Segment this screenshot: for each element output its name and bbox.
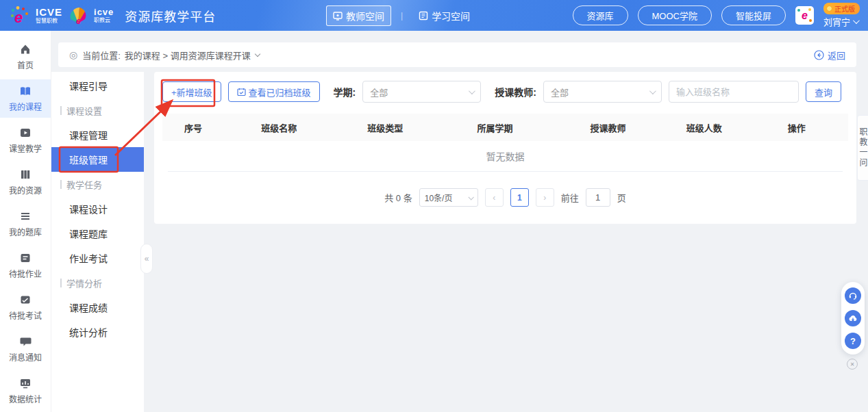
rail-item-messages[interactable]: 消息通知 bbox=[0, 330, 51, 368]
menu-item-course-grades[interactable]: 课程成绩 bbox=[51, 295, 144, 320]
rail-item-statistics[interactable]: 数据统计 bbox=[0, 372, 51, 410]
top-header: e ICVE 智慧职教 e icve 职教云 资源库教学平台 bbox=[0, 0, 868, 31]
column-header-semester: 所属学期 bbox=[436, 121, 553, 134]
logo-group: e ICVE 智慧职教 e icve 职教云 资源库教学平台 bbox=[0, 5, 216, 26]
username-menu[interactable]: 刘宵宁 bbox=[823, 15, 858, 28]
breadcrumb-path[interactable]: 我的课程 > 调用资源库课程开课 bbox=[125, 49, 251, 62]
menu-item-class-management[interactable]: 班级管理 bbox=[51, 147, 144, 172]
class-management-panel: +新增班级 查看已归档班级 学期: 全部 授课教师: 全部 查询 bbox=[154, 72, 856, 224]
home-icon bbox=[19, 43, 32, 55]
archive-box-icon bbox=[237, 88, 246, 96]
breadcrumb-prefix: 当前位置: bbox=[82, 49, 121, 62]
learning-book-icon bbox=[419, 11, 428, 21]
menu-section-learning-analysis: 学情分析 bbox=[51, 270, 144, 295]
goto-page-input[interactable] bbox=[586, 188, 610, 207]
column-header-class-size: 班级人数 bbox=[663, 121, 745, 134]
user-block: 正式版 刘宵宁 bbox=[823, 3, 860, 28]
pagination-bar: 共 0 条 10条/页 ‹ 1 › 前往 页 bbox=[154, 188, 856, 207]
menu-item-course-guide[interactable]: 课程引导 bbox=[51, 73, 144, 98]
menu-item-course-management[interactable]: 课程管理 bbox=[51, 123, 144, 147]
chevron-down-icon bbox=[468, 194, 473, 200]
open-book-icon bbox=[19, 85, 32, 97]
location-pin-icon: ◎ bbox=[69, 49, 77, 60]
rail-item-my-courses[interactable]: 我的课程 bbox=[0, 79, 51, 118]
goto-label: 前往 bbox=[561, 191, 579, 204]
view-archived-button[interactable]: 查看已归档班级 bbox=[228, 81, 320, 102]
sidebar-collapse-button[interactable]: « bbox=[140, 244, 153, 274]
customer-service-button[interactable] bbox=[845, 287, 861, 304]
cloud-download-icon bbox=[848, 313, 858, 323]
header-right-group: 资源库 MOOC学院 智能投屏 e 正式版 刘宵宁 bbox=[573, 0, 860, 31]
nav-divider: | bbox=[401, 11, 403, 21]
mooc-college-button[interactable]: MOOC学院 bbox=[638, 5, 712, 25]
semester-label: 学期: bbox=[334, 85, 356, 99]
chevron-down-icon bbox=[853, 17, 860, 24]
video-play-icon bbox=[19, 127, 32, 139]
close-float-pill-button[interactable]: ✕ bbox=[847, 359, 858, 370]
left-icon-rail: 首页 我的课程 课堂教学 我的资源 我的题库 待批作业 待批考试 消息通知 bbox=[0, 31, 51, 412]
icve-zhijiaoyun-logo-icon: e bbox=[68, 5, 88, 26]
chevron-down-icon bbox=[469, 88, 475, 94]
medal-icon bbox=[826, 5, 832, 12]
page-1-button[interactable]: 1 bbox=[510, 188, 529, 207]
svg-text:e: e bbox=[76, 16, 81, 26]
table-empty-state: 暂无数据 bbox=[154, 141, 856, 171]
resource-lib-button[interactable]: 资源库 bbox=[573, 5, 628, 25]
icve-zhihuizhijiao-logo-text: ICVE 智慧职教 bbox=[36, 7, 62, 24]
smart-cast-button[interactable]: 智能投屏 bbox=[721, 5, 786, 25]
teacher-label: 授课教师: bbox=[495, 85, 536, 99]
next-page-button[interactable]: › bbox=[536, 188, 554, 207]
menu-item-course-design[interactable]: 课程设计 bbox=[51, 196, 144, 221]
icve-zhijiaoyun-logo-text: icve 职教云 bbox=[94, 8, 114, 23]
semester-select[interactable]: 全部 bbox=[362, 81, 481, 103]
svg-text:e: e bbox=[14, 9, 23, 26]
menu-item-course-question-bank[interactable]: 课程题库 bbox=[51, 221, 144, 246]
chat-bubble-icon bbox=[19, 335, 32, 348]
back-circle-arrow-icon bbox=[814, 50, 824, 60]
books-icon bbox=[19, 168, 32, 181]
stats-board-icon bbox=[19, 377, 32, 389]
column-header-index: 序号 bbox=[162, 121, 224, 134]
teacher-select[interactable]: 全部 bbox=[543, 81, 662, 103]
query-button[interactable]: 查询 bbox=[806, 81, 841, 102]
class-name-search-input[interactable] bbox=[669, 81, 799, 103]
user-avatar[interactable]: e bbox=[795, 6, 814, 25]
breadcrumb-chevron-down-icon[interactable] bbox=[254, 51, 260, 56]
column-header-actions: 操作 bbox=[745, 121, 848, 134]
page-size-select[interactable]: 10条/页 bbox=[419, 188, 478, 207]
course-side-menu: 课程引导 课程设置 课程管理 班级管理 教学任务 课程设计 课程题库 作业考试 … bbox=[51, 72, 144, 412]
rail-item-pending-homework[interactable]: 待批作业 bbox=[0, 246, 51, 285]
rail-item-my-question-bank[interactable]: 我的题库 bbox=[0, 205, 51, 243]
floating-help-pill: ? bbox=[841, 282, 865, 355]
teacher-space-button[interactable]: 教师空间 bbox=[326, 5, 391, 26]
learning-space-button[interactable]: 学习空间 bbox=[412, 6, 476, 25]
column-header-class-name: 班级名称 bbox=[224, 121, 334, 134]
menu-section-teaching-tasks: 教学任务 bbox=[51, 172, 144, 196]
back-button[interactable]: 返回 bbox=[814, 49, 845, 62]
platform-title: 资源库教学平台 bbox=[125, 7, 216, 25]
icve-zhihuizhijiao-logo-icon: e bbox=[10, 5, 30, 26]
help-button[interactable]: ? bbox=[845, 333, 861, 349]
page-suffix-label: 页 bbox=[617, 191, 626, 204]
menu-item-homework-exam[interactable]: 作业考试 bbox=[51, 246, 144, 270]
homework-doc-icon bbox=[19, 252, 32, 264]
add-class-button[interactable]: +新增班级 bbox=[162, 81, 221, 102]
header-space-nav: 教师空间 | 学习空间 bbox=[326, 0, 476, 31]
table-header-row: 序号 班级名称 班级类型 所属学期 授课教师 班级人数 操作 bbox=[162, 114, 848, 141]
rail-item-classroom-teaching[interactable]: 课堂教学 bbox=[0, 121, 51, 159]
pagination-total: 共 0 条 bbox=[384, 191, 412, 204]
breadcrumb-bar: ◎ 当前位置: 我的课程 > 调用资源库课程开课 返回 bbox=[58, 42, 856, 67]
table-divider bbox=[168, 171, 843, 172]
column-header-teacher: 授课教师 bbox=[554, 121, 663, 134]
download-button[interactable] bbox=[845, 310, 861, 326]
rail-item-my-resources[interactable]: 我的资源 bbox=[0, 163, 51, 201]
menu-item-statistical-analysis[interactable]: 统计分析 bbox=[51, 320, 144, 344]
teacher-board-icon bbox=[333, 11, 343, 21]
filter-toolbar: +新增班级 查看已归档班级 学期: 全部 授课教师: 全部 查询 bbox=[154, 72, 856, 103]
zhijiao-qa-side-tab[interactable]: 职教一问 bbox=[857, 115, 868, 181]
rail-item-pending-exams[interactable]: 待批考试 bbox=[0, 288, 51, 326]
rail-item-home[interactable]: 首页 bbox=[0, 38, 51, 76]
menu-section-course-settings: 课程设置 bbox=[51, 98, 144, 123]
column-header-class-type: 班级类型 bbox=[334, 121, 436, 134]
prev-page-button[interactable]: ‹ bbox=[485, 188, 504, 207]
